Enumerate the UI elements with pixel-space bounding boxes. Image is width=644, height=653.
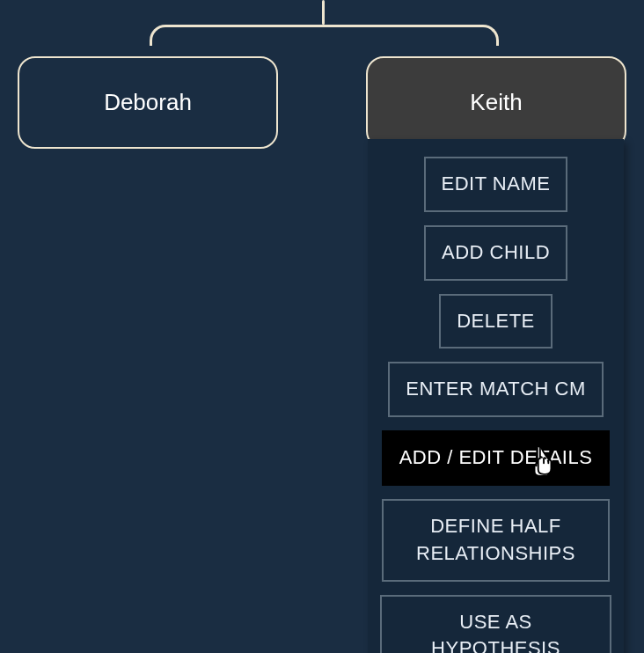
edit-name-button[interactable]: EDIT NAME [424, 157, 568, 212]
enter-match-cm-button[interactable]: ENTER MATCH CM [388, 362, 604, 417]
delete-button[interactable]: DELETE [439, 294, 553, 349]
use-as-hypothesis-button[interactable]: USE AS HYPOTHESIS [380, 595, 611, 653]
tree-connector-horizontal [150, 25, 499, 46]
tree-node-deborah[interactable]: Deborah [18, 56, 278, 149]
tree-connector-top [322, 0, 325, 25]
tree-node-keith[interactable]: Keith [366, 56, 626, 149]
add-edit-details-button[interactable]: ADD / EDIT DETAILS [382, 430, 611, 486]
add-child-button[interactable]: ADD CHILD [424, 225, 567, 281]
node-label: Keith [470, 89, 522, 116]
node-label: Deborah [104, 89, 192, 116]
define-half-relationships-button[interactable]: DEFINE HALF RELATIONSHIPS [382, 499, 610, 582]
node-context-menu: EDIT NAME ADD CHILD DELETE ENTER MATCH C… [368, 139, 624, 653]
